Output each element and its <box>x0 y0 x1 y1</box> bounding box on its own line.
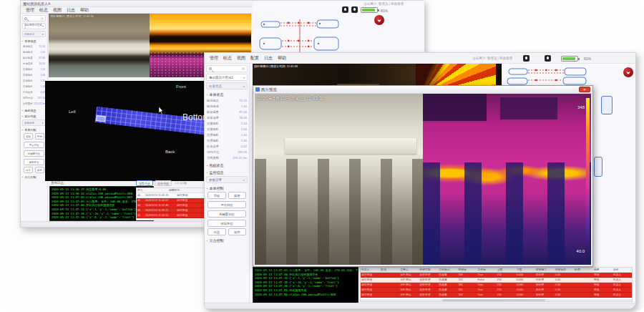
status-item: 右驱电机1.06 <box>23 72 45 78</box>
close-button[interactable]: × <box>579 87 590 92</box>
app-icon-2[interactable] <box>351 6 358 13</box>
section-body-status[interactable]: ▪ 本体状态 <box>22 39 47 43</box>
table-row[interactable]: 魔站测温10F-测试设备报警热成像344True2500.000未处理0.00测… <box>361 293 632 298</box>
user-info[interactable]: 当前用户: 管理员 | 视角管理 <box>472 57 512 60</box>
table-header-cell: 报警值 <box>457 268 477 273</box>
control-button[interactable]: 平台归位 <box>208 201 246 208</box>
status-item: 左摆电机1.20 <box>23 78 45 84</box>
track-element[interactable] <box>594 157 602 177</box>
tab-alarm-info[interactable]: 报警信息 <box>136 180 153 186</box>
menu-item[interactable]: 配置 <box>250 55 259 62</box>
control-button[interactable]: 监控 <box>228 228 247 235</box>
search-input[interactable]: ⟳ <box>206 65 248 72</box>
control-button[interactable]: 日志 <box>24 167 33 173</box>
section-settings[interactable]: 参数设置 ▸ <box>206 176 248 183</box>
section-body-control[interactable]: ▪ 本体控制 <box>207 186 248 190</box>
status-list: 电池电压51.20电池电流1.00剩余电量87.46本体温度34.20左驱电机1… <box>207 97 247 160</box>
alarm-table: 机器人区域位置点报警类型工作模式报警值工作值上限下限报警编号报警状态处理创建操作… <box>360 267 633 302</box>
table-cell: 测温 <box>593 288 613 293</box>
section-motor-status[interactable]: ▪ 电机状态 <box>207 163 248 167</box>
table-cell: 43 <box>137 208 145 213</box>
system-log-console: 2020-05-13 11:47:03:云台角度; 水平: 180.00,垂直:… <box>253 267 358 304</box>
track-map-clip[interactable] <box>506 67 599 85</box>
table-cell: 设备报警 <box>419 278 438 283</box>
menu-item[interactable]: 帮助 <box>278 55 286 62</box>
control-button[interactable]: 平台归位 <box>24 142 44 148</box>
control-button[interactable]: 监控 <box>35 167 44 173</box>
control-button[interactable]: 暂停 <box>228 192 247 199</box>
track-element[interactable] <box>601 96 613 114</box>
front-menu-items: 管理组态视图配置日志帮助 <box>205 55 286 62</box>
control-button[interactable]: 故障复位 <box>208 220 246 227</box>
face-label-left: Left <box>69 109 76 114</box>
status-list: 电池电压51.20电池电流1.00剩余电量87.46本体温度34.20左驱电机1… <box>23 44 45 107</box>
control-button[interactable]: 启动 <box>208 192 226 199</box>
table-cell: 热成像 <box>438 273 457 278</box>
temperature-colorbar <box>586 98 590 260</box>
table-header-cell: 机器人 <box>361 268 380 273</box>
table-cell: 0.00 <box>555 288 574 293</box>
table-header-cell: 上限 <box>497 268 516 273</box>
menu-item[interactable]: 组态 <box>39 7 48 14</box>
region-select[interactable]: 魔站两晶片区域1 ▾ <box>206 74 248 81</box>
section-motor-status[interactable]: ▪ 电机状态 <box>22 109 47 112</box>
table-header-cell: 报警编号 <box>535 268 555 273</box>
control-button[interactable]: 启动 <box>24 133 33 140</box>
menu-item[interactable]: 视图 <box>237 55 245 62</box>
scrollbar-thumb[interactable] <box>442 299 545 301</box>
section-ptz-control[interactable]: ▪ 云台控制 <box>207 238 248 243</box>
menu-item[interactable]: 视图 <box>53 7 62 14</box>
section-ptz-control[interactable]: ▪ 云台控制 <box>22 175 47 179</box>
table-cell: 热成像 <box>438 293 457 298</box>
preview-titlebar[interactable]: 图片预览 × <box>253 86 592 94</box>
section-monitor-info[interactable]: ▪ 监控信息 <box>22 114 47 118</box>
tab-device-info[interactable]: 设备信息 <box>155 180 172 186</box>
table-cell: True <box>477 293 496 298</box>
log-line: 2020-05-13 11:47:56:status:200,passwdPoi… <box>255 293 356 297</box>
menu-item[interactable]: 管理 <box>26 7 34 14</box>
app-icon-1[interactable] <box>523 55 530 62</box>
bullet-icon: ▪ <box>207 171 208 175</box>
section-settings[interactable]: 参数设置 ▸ <box>22 120 46 126</box>
table-cell: 250 <box>497 283 516 288</box>
face-label-back: Back <box>165 150 175 154</box>
region-select[interactable]: 魔站两晶片区域1 ▾ <box>22 23 46 29</box>
menu-item[interactable]: 日志 <box>67 7 75 14</box>
table-cell: 10F-测试 <box>399 278 419 283</box>
table-header-cell: 报警状态 <box>555 268 574 273</box>
table-cell: 未处理 <box>535 288 555 293</box>
section-task-status[interactable]: 任务状态 ▸ <box>206 82 248 89</box>
control-button[interactable]: 暂停 <box>35 133 44 140</box>
table-cell: 机器人 <box>613 288 632 293</box>
control-button-col: 平台归位机械臂归位故障复位 <box>208 201 246 227</box>
visible-camera-view[interactable]: 球机视频01 (通道1) 时间: 11:45:36 <box>49 14 150 77</box>
control-button[interactable]: 日志 <box>208 228 226 235</box>
app-icon-2[interactable] <box>545 55 551 62</box>
robot-track-map[interactable] <box>258 18 347 54</box>
app-icon-1[interactable] <box>342 6 348 13</box>
section-task-status[interactable]: 任务状态 ▸ <box>22 31 46 37</box>
table-cell: 0.00 <box>555 283 574 288</box>
search-input[interactable]: ⟳ <box>22 15 46 21</box>
control-button[interactable]: 故障复位 <box>24 159 44 165</box>
menu-item[interactable]: 帮助 <box>80 7 89 14</box>
desktop: 魔站测温机器人A 管理组态视图日志帮助 ⟳ 魔站两晶片区域1 ▾ 任务状态 ▸ … <box>0 0 644 312</box>
status-item: 电池电压51.20 <box>23 44 45 49</box>
menu-item[interactable]: 组态 <box>223 55 232 62</box>
menu-item[interactable]: 日志 <box>264 55 273 62</box>
battery-percent: 81% <box>584 57 591 61</box>
thermal-photo[interactable]: 348 40.0 <box>423 94 591 265</box>
control-button[interactable]: 机械臂归位 <box>208 210 246 218</box>
section-body-control[interactable]: ▪ 本体控制 <box>22 128 47 132</box>
menu-item[interactable]: 管理 <box>210 55 218 62</box>
section-monitor-info[interactable]: ▪ 监控信息 <box>207 170 248 175</box>
control-button[interactable]: 机械臂归位 <box>24 150 44 157</box>
user-info[interactable]: 当前用户: 管理员 | 视角管理 <box>364 2 404 6</box>
table-cell: 测温 <box>593 278 613 283</box>
horizontal-scrollbar[interactable] <box>361 299 632 301</box>
section-body-status[interactable]: ▪ 本体状态 <box>207 92 248 97</box>
table-header-cell: 报警类型 <box>419 268 438 273</box>
visible-light-photo[interactable]: 2020年5月13日 星期三 11:43:38 <box>255 94 423 265</box>
selected-cell[interactable] <box>96 115 106 122</box>
camera-overlay-text: 球机视频01 (通道1) 时间: 11:45:36 <box>50 14 94 18</box>
